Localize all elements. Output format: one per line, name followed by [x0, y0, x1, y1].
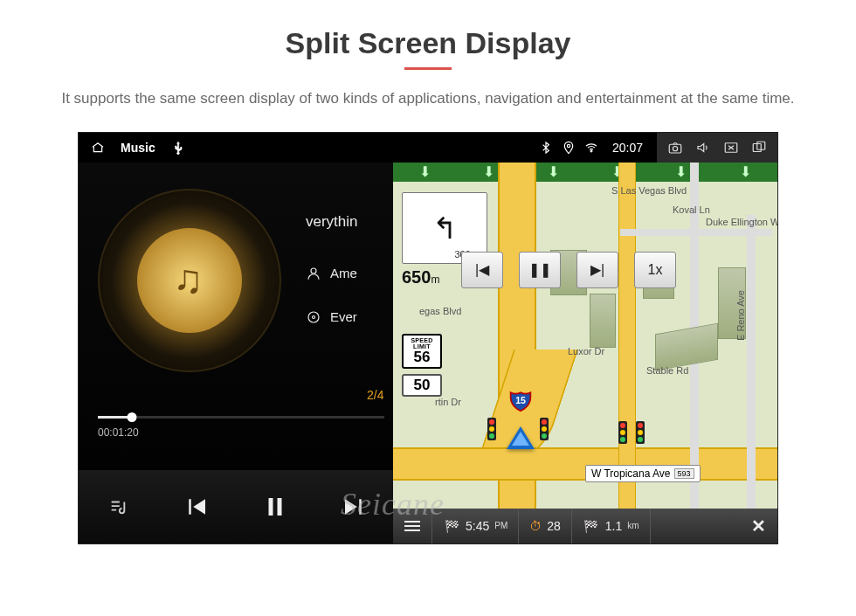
nav-close-button[interactable]: ✕	[739, 509, 777, 543]
building	[655, 322, 718, 370]
location-icon	[562, 141, 576, 155]
svg-rect-11	[278, 498, 282, 516]
current-speed: 50	[402, 374, 442, 397]
playlist-icon[interactable]	[100, 488, 136, 525]
turn-left-icon: ↰	[432, 213, 457, 243]
svg-point-7	[311, 268, 316, 273]
wifi-icon	[584, 141, 598, 155]
interstate-number: 15	[515, 394, 526, 405]
close-icon: ✕	[749, 517, 767, 535]
street-label: Stable Rd	[646, 365, 688, 376]
nav-fuel: ⏱ 28	[519, 509, 572, 543]
nav-eta: 🏁 5:45PM	[432, 509, 519, 543]
svg-rect-10	[269, 498, 273, 516]
route-badge: 593	[674, 468, 694, 479]
volume-icon[interactable]	[694, 138, 713, 157]
title-underline	[404, 67, 452, 70]
navigation-pane[interactable]: ⬇⬇⬇⬇⬇⬇ S Las Vegas Blvd Koval Ln Duke El…	[393, 163, 777, 543]
svg-point-1	[590, 150, 592, 152]
disc-icon	[306, 309, 321, 325]
device-frame: Music 20:07	[79, 133, 777, 543]
elapsed-time: 00:01:20	[98, 426, 139, 439]
nav-bottom-bar: 🏁 5:45PM ⏱ 28 🏁 1.1km ✕	[393, 509, 777, 543]
duke-road	[620, 229, 772, 236]
street-label: rtin Dr	[435, 397, 461, 407]
blvd-road	[618, 163, 636, 543]
traffic-light-icon	[540, 418, 549, 440]
page-title: Split Screen Display	[286, 26, 571, 60]
status-bar: Music 20:07	[79, 133, 777, 163]
track-album-row: Ever	[306, 309, 357, 325]
pause-button[interactable]	[257, 488, 293, 525]
speed-limit-sign: SPEED LIMIT 56	[402, 334, 442, 369]
interstate-shield-icon: 15	[508, 388, 533, 412]
street-label: E Reno Ave	[735, 290, 746, 341]
traffic-light-icon	[636, 421, 645, 444]
prev-button[interactable]	[178, 488, 215, 525]
sim-speed-button[interactable]: 1x	[634, 252, 676, 288]
statusbar-time: 20:07	[607, 141, 648, 155]
statusbar-app-label: Music	[121, 141, 155, 155]
vehicle-position-icon	[507, 426, 535, 449]
flag-icon: 🏁	[443, 517, 460, 535]
home-icon[interactable]	[91, 141, 105, 155]
person-icon	[306, 266, 321, 281]
svg-point-0	[567, 144, 570, 147]
building	[590, 294, 616, 348]
nav-menu-button[interactable]	[393, 509, 432, 543]
nav-distance: 🏁 1.1km	[572, 509, 651, 543]
progress-bar[interactable]	[98, 416, 384, 419]
street-label: egas Blvd	[419, 306, 461, 316]
close-window-icon[interactable]	[721, 138, 741, 157]
bluetooth-icon	[539, 141, 553, 155]
music-controls	[79, 470, 393, 543]
lane-guidance-bar: ⬇⬇⬇⬇⬇⬇	[393, 163, 777, 182]
statusbar-toolbox	[657, 133, 777, 163]
split-screen-icon[interactable]	[749, 138, 769, 157]
street-label: Luxor Dr	[568, 346, 604, 356]
page-subtitle: It supports the same screen display of t…	[61, 87, 794, 110]
sim-controls: |◀ ❚❚ ▶| 1x	[461, 252, 676, 288]
turn-big-distance: 650m	[402, 267, 439, 287]
tropicana-label: W Tropicana Ave 593	[585, 465, 701, 482]
track-title: verythin	[306, 213, 358, 231]
traffic-light-icon	[487, 418, 496, 440]
music-note-icon: ♫	[173, 255, 204, 302]
flag-icon: 🏁	[583, 517, 600, 535]
svg-rect-2	[669, 144, 681, 153]
album-art: ♫	[98, 189, 281, 372]
sim-prev-button[interactable]: |◀	[461, 252, 503, 288]
sim-pause-button[interactable]: ❚❚	[519, 252, 561, 288]
track-album: Ever	[330, 309, 357, 324]
speed-panel: SPEED LIMIT 56 50	[402, 334, 442, 397]
traffic-light-icon	[618, 421, 627, 444]
sim-next-button[interactable]: ▶|	[576, 252, 618, 288]
track-artist: Ame	[330, 266, 357, 280]
svg-point-3	[673, 146, 677, 150]
reno-road	[747, 215, 756, 543]
street-label: S Las Vegas Blvd	[611, 185, 687, 196]
camera-icon[interactable]	[666, 138, 685, 157]
fuel-icon: ⏱	[529, 519, 542, 533]
music-pane: ♫ verythin Ame Ever 2/4 00:01:20	[79, 163, 393, 543]
street-label: Koval Ln	[673, 204, 710, 215]
track-artist-row: Ame	[306, 266, 357, 281]
street-label: Duke Ellington Way	[706, 217, 777, 227]
track-counter: 2/4	[367, 388, 383, 402]
svg-point-8	[308, 312, 319, 322]
next-button[interactable]	[335, 488, 372, 525]
svg-point-9	[313, 315, 315, 318]
usb-icon	[171, 141, 185, 155]
